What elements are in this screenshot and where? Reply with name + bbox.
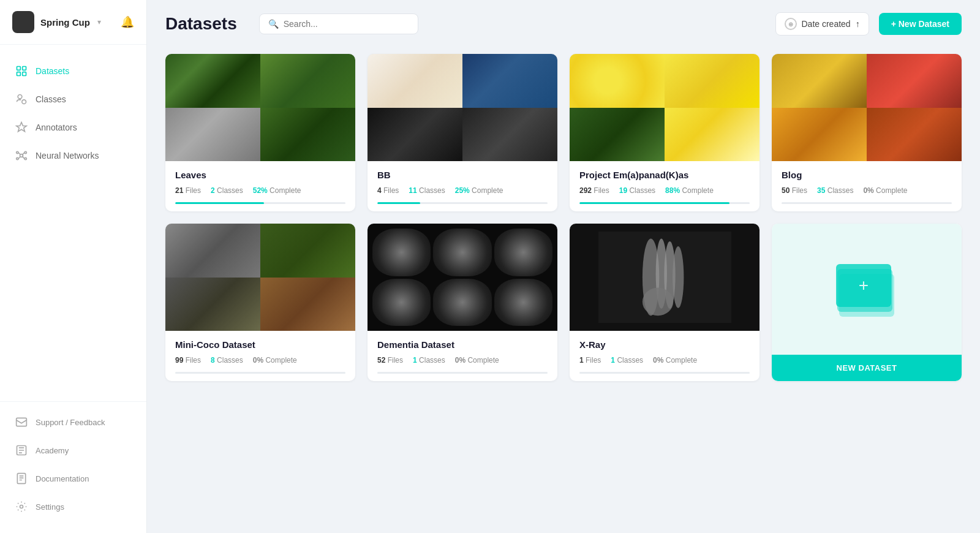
chevron-down-icon: ▾ [97, 18, 101, 26]
dataset-thumb [260, 108, 355, 162]
sidebar-item-settings[interactable]: Settings [0, 493, 146, 521]
dataset-thumb [665, 54, 760, 108]
sort-circle-icon: ⊕ [785, 18, 797, 30]
scan-cell [433, 229, 491, 276]
dataset-thumb [165, 224, 260, 278]
svg-point-5 [22, 100, 26, 104]
classes-count: 2 Classes [211, 186, 243, 195]
svg-rect-2 [17, 72, 21, 76]
dataset-thumb [665, 108, 760, 162]
new-dataset-visual: + [772, 224, 962, 355]
svg-rect-1 [23, 67, 26, 70]
dementia-scan-grid [368, 224, 557, 331]
dataset-image-leaves [165, 54, 355, 161]
dataset-thumb [165, 278, 260, 331]
dataset-image-xray [570, 224, 760, 331]
dataset-thumb [165, 108, 260, 162]
dataset-card-bb[interactable]: BB 4 Files 11 Classes 25% Complete [368, 54, 557, 211]
new-dataset-button[interactable]: + New Dataset [879, 13, 962, 35]
dataset-thumb [772, 54, 867, 108]
card-stats: 21 Files 2 Classes 52% Complete [175, 186, 345, 195]
scan-cell [494, 279, 552, 327]
notification-bell-icon[interactable]: 🔔 [121, 15, 134, 29]
dataset-card-mini-coco[interactable]: Mini-Coco Dataset 99 Files 8 Classes 0% … [165, 224, 355, 381]
classes-icon [15, 93, 28, 106]
progress-bar-container [579, 372, 750, 374]
xray-image-container [570, 224, 760, 331]
dataset-thumb [260, 224, 355, 278]
card-body: BB 4 Files 11 Classes 25% Complete [368, 161, 557, 211]
sidebar-item-classes-label: Classes [36, 94, 66, 104]
complete-pct: 0% Complete [253, 356, 297, 365]
dataset-thumb [368, 54, 462, 108]
svg-point-19 [642, 288, 673, 316]
sidebar-item-documentation-label: Documentation [36, 474, 89, 483]
dataset-name: Blog [782, 170, 952, 180]
classes-count: 8 Classes [211, 356, 243, 365]
search-box[interactable]: 🔍 [259, 13, 418, 34]
svg-rect-0 [17, 67, 21, 70]
support-icon [15, 415, 28, 429]
dataset-thumb [570, 54, 665, 108]
sidebar-item-academy[interactable]: Academy [0, 436, 146, 464]
new-dataset-card-button[interactable]: NEW DATASET [772, 355, 962, 381]
dataset-name: Leaves [175, 170, 345, 180]
files-count: 4 Files [377, 186, 399, 195]
dataset-card-project-em[interactable]: Project Em(a)panad(K)as 292 Files 19 Cla… [570, 54, 760, 211]
files-count: 99 Files [175, 356, 201, 365]
sidebar-item-annotators[interactable]: Annotators [0, 113, 146, 142]
annotators-icon [15, 121, 28, 134]
datasets-icon [15, 64, 28, 78]
progress-bar [579, 202, 729, 204]
settings-icon [15, 500, 28, 513]
dataset-name: Mini-Coco Dataset [175, 339, 345, 350]
sidebar-item-support[interactable]: Support / Feedback [0, 408, 146, 436]
sort-arrow-icon: ↑ [856, 19, 860, 29]
dataset-card-blog[interactable]: Blog 50 Files 35 Classes 0% Complete [772, 54, 962, 211]
main-content: Datasets 🔍 ⊕ Date created ↑ + New Datase… [147, 0, 980, 533]
page-title: Datasets [165, 14, 237, 34]
dataset-card-dementia[interactable]: Dementia Dataset 52 Files 1 Classes 0% C… [368, 224, 557, 381]
svg-point-18 [673, 246, 684, 308]
svg-rect-11 [17, 418, 27, 426]
card-body: Leaves 21 Files 2 Classes 52% Complete [165, 161, 355, 211]
sidebar-item-datasets[interactable]: Datasets [0, 57, 146, 85]
dataset-name: Dementia Dataset [377, 339, 548, 350]
dataset-image-project-em [570, 54, 760, 161]
dataset-thumb [867, 108, 962, 162]
card-body: Dementia Dataset 52 Files 1 Classes 0% C… [368, 331, 557, 381]
sort-button[interactable]: ⊕ Date created ↑ [775, 12, 869, 36]
new-dataset-card[interactable]: + NEW DATASET [772, 224, 962, 381]
dataset-name: BB [377, 170, 548, 180]
scan-cell [372, 279, 431, 327]
complete-pct: 0% Complete [653, 356, 697, 365]
dataset-card-xray[interactable]: X-Ray 1 Files 1 Classes 0% Complete [570, 224, 760, 381]
progress-bar [377, 202, 420, 204]
sidebar-item-classes[interactable]: Classes [0, 85, 146, 113]
svg-point-14 [20, 505, 23, 508]
dataset-grid: Leaves 21 Files 2 Classes 52% Complete [147, 48, 980, 533]
card-body: Mini-Coco Dataset 99 Files 8 Classes 0% … [165, 331, 355, 381]
progress-bar-container [175, 372, 345, 374]
sidebar-item-annotators-label: Annotators [36, 123, 77, 132]
sidebar-bottom-nav: Support / Feedback Academy Documentation [0, 401, 146, 533]
layer-3: + [836, 264, 891, 307]
classes-count: 35 Classes [817, 186, 853, 195]
dataset-card-leaves[interactable]: Leaves 21 Files 2 Classes 52% Complete [165, 54, 355, 211]
card-stats: 52 Files 1 Classes 0% Complete [377, 356, 548, 365]
dataset-thumb [165, 54, 260, 108]
card-stats: 50 Files 35 Classes 0% Complete [782, 186, 952, 195]
progress-bar-container [377, 372, 548, 374]
sidebar-item-neural-networks[interactable]: Neural Networks [0, 142, 146, 170]
card-body: Project Em(a)panad(K)as 292 Files 19 Cla… [570, 161, 760, 211]
complete-pct: 88% Complete [665, 186, 714, 195]
logo-box [12, 11, 34, 33]
dataset-image-blog [772, 54, 962, 161]
card-body: X-Ray 1 Files 1 Classes 0% Complete [570, 331, 760, 381]
svg-point-10 [24, 157, 26, 159]
sidebar-item-documentation[interactable]: Documentation [0, 464, 146, 493]
dataset-thumb [772, 108, 867, 162]
sidebar-item-datasets-label: Datasets [36, 66, 69, 76]
academy-icon [15, 444, 28, 457]
search-input[interactable] [284, 19, 409, 29]
